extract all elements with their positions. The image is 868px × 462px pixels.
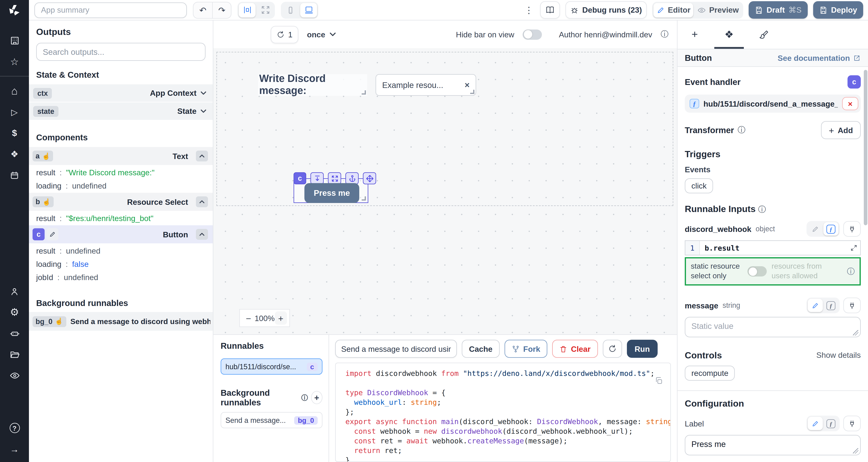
info-icon[interactable]: ⓘ	[738, 125, 745, 135]
collapse-button[interactable]	[196, 151, 208, 161]
message-static-value-input[interactable]	[685, 317, 861, 337]
runs-icon[interactable]: ▷	[0, 101, 29, 122]
resources-icon[interactable]: ❖	[0, 143, 29, 164]
component-id-pill[interactable]: b☝	[33, 196, 54, 207]
workspace-icon[interactable]	[0, 30, 29, 51]
info-icon[interactable]: ⓘ	[301, 393, 308, 402]
home-icon[interactable]: ⌂	[0, 80, 29, 101]
settings-gear-icon[interactable]: ⚙	[0, 302, 29, 323]
component-header-a[interactable]: a☝Text	[29, 147, 213, 166]
editor-tab[interactable]: Editor	[653, 3, 693, 17]
event-handler-runnable[interactable]: ƒ hub/1511/discord/send_a_message_... ×	[685, 95, 861, 113]
bg-runnable-item[interactable]: Send a message... bg_0	[221, 412, 322, 428]
state-row[interactable]: state State	[29, 102, 213, 121]
static-mode-button[interactable]	[808, 417, 823, 430]
add-transformer-button[interactable]: +Add	[821, 121, 861, 139]
styling-tab[interactable]	[746, 21, 781, 49]
anchor-button[interactable]	[345, 172, 359, 184]
clear-select-icon[interactable]: ×	[465, 80, 470, 90]
show-details-link[interactable]: Show details	[816, 351, 861, 360]
click-event-chip[interactable]: click	[685, 178, 713, 193]
fullscreen-button[interactable]	[328, 172, 341, 184]
debug-runs-button[interactable]: Debug runs (23)	[565, 1, 647, 19]
static-mode-button[interactable]	[808, 299, 823, 312]
docs-book-button[interactable]	[540, 1, 560, 19]
recompute-chip[interactable]: recompute	[685, 366, 735, 381]
pencil-icon[interactable]	[46, 228, 59, 240]
selected-runnable-item[interactable]: hub/1511/discord/se... c	[221, 358, 322, 375]
reload-script-button[interactable]	[602, 340, 622, 358]
collapse-button[interactable]	[196, 196, 208, 207]
clear-button[interactable]: Clear	[552, 340, 598, 358]
component-prop-row[interactable]: result:"Write Discord message:"	[29, 166, 213, 179]
expand-down-button[interactable]	[310, 172, 324, 184]
workers-robot-icon[interactable]	[0, 323, 29, 344]
fullwidth-layout-button[interactable]	[257, 3, 274, 17]
audit-eye-icon[interactable]	[0, 365, 29, 386]
text-component[interactable]: Write Discord message:	[258, 74, 367, 96]
app-summary-input[interactable]	[34, 2, 187, 18]
resize-handle[interactable]	[470, 90, 474, 94]
copy-code-icon[interactable]	[655, 376, 663, 387]
component-header-c[interactable]: cButton	[29, 225, 213, 244]
plug-connect-button[interactable]	[843, 298, 861, 314]
label-value-input[interactable]: Press me	[685, 435, 861, 456]
app-canvas[interactable]: Write Discord message: Example resou... …	[213, 48, 677, 334]
windmill-logo[interactable]	[0, 0, 29, 21]
static-mode-button[interactable]	[808, 222, 823, 235]
ctx-row[interactable]: ctx App Context	[29, 84, 213, 102]
help-icon[interactable]: ?	[0, 418, 29, 438]
deploy-button[interactable]: Deploy	[813, 1, 863, 19]
move-button[interactable]	[363, 172, 376, 184]
redo-button[interactable]: ↷	[212, 2, 231, 18]
settings-tab[interactable]: ❖	[712, 21, 746, 49]
info-icon[interactable]: ⓘ	[758, 205, 766, 214]
search-outputs-input[interactable]	[36, 43, 206, 61]
insert-component-tab[interactable]: +	[678, 21, 712, 49]
schedules-icon[interactable]	[0, 164, 29, 186]
desktop-view-button[interactable]	[300, 3, 317, 17]
component-prop-row[interactable]: result:"$res:u/henri/testing_bot"	[29, 211, 213, 225]
add-bg-runnable-button[interactable]: +	[311, 391, 322, 404]
favorites-star-icon[interactable]: ☆	[0, 51, 29, 72]
press-me-button[interactable]: Press me	[304, 183, 359, 203]
script-name-input[interactable]	[335, 340, 457, 358]
remove-runnable-button[interactable]: ×	[842, 97, 858, 110]
component-header-b[interactable]: b☝Resource Select	[29, 193, 213, 211]
connect-mode-button[interactable]: ƒ	[824, 299, 838, 312]
resource-select-component[interactable]: Example resou... ×	[375, 74, 476, 96]
connect-mode-button[interactable]: ƒ	[824, 417, 838, 430]
code-editor[interactable]: import discordwebhook from "https://deno…	[335, 363, 671, 462]
refresh-count-button[interactable]: 1	[271, 26, 299, 43]
background-runnable-row[interactable]: bg_0 ☝ Send a message to discord using w…	[29, 312, 213, 331]
info-icon[interactable]: ⓘ	[847, 266, 855, 277]
zoom-out-button[interactable]: −	[242, 311, 255, 325]
info-icon[interactable]: ⓘ	[661, 29, 669, 40]
hide-bar-toggle[interactable]	[523, 29, 542, 39]
users-icon[interactable]	[0, 281, 29, 302]
variables-icon[interactable]: $	[0, 122, 29, 143]
connect-mode-button[interactable]: ƒ	[824, 222, 838, 235]
collapse-button[interactable]	[196, 229, 208, 240]
component-prop-row[interactable]: loading:false	[29, 257, 213, 270]
see-documentation-link[interactable]: See documentation	[778, 54, 861, 62]
resize-handle[interactable]	[362, 90, 366, 95]
collapse-rail-icon[interactable]: →	[0, 438, 29, 460]
scrollbar-thumb[interactable]	[864, 70, 867, 225]
expand-editor-icon[interactable]	[847, 241, 860, 255]
expression-editor[interactable]: 1 b.result	[685, 240, 861, 255]
center-layout-button[interactable]	[239, 3, 255, 17]
plug-connect-button[interactable]	[843, 416, 861, 431]
folders-icon[interactable]	[0, 344, 29, 365]
component-prop-row[interactable]: loading:undefined	[29, 179, 213, 192]
mobile-view-button[interactable]	[282, 3, 299, 17]
component-prop-row[interactable]: jobId:undefined	[29, 270, 213, 284]
fork-button[interactable]: Fork	[504, 340, 548, 358]
zoom-in-button[interactable]: +	[275, 311, 287, 325]
preview-tab[interactable]: Preview	[694, 3, 742, 17]
plug-connect-button[interactable]	[843, 221, 861, 237]
selected-button-component[interactable]: c	[293, 178, 368, 203]
static-resource-toggle[interactable]	[747, 266, 767, 276]
component-id-pill[interactable]: a☝	[33, 151, 53, 161]
undo-button[interactable]: ↶	[193, 2, 212, 18]
